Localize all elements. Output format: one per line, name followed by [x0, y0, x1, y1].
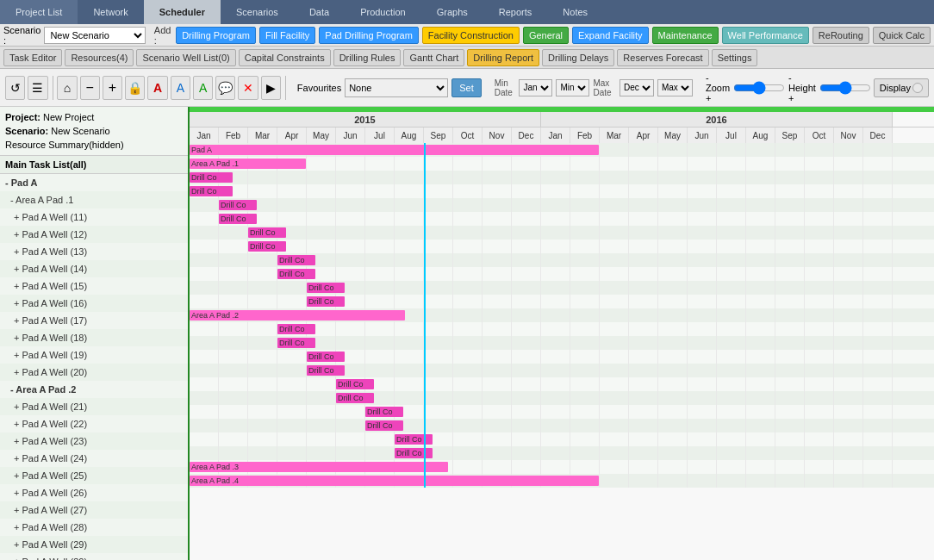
display-button[interactable]: Display	[874, 78, 929, 97]
set-button[interactable]: Set	[451, 78, 482, 97]
nav-reports[interactable]: Reports	[483, 0, 548, 24]
list-item[interactable]: - Pad A	[0, 174, 188, 191]
gantt-row: Drill Co	[190, 253, 934, 267]
bar-well26: Drill Co	[336, 393, 374, 403]
list-item[interactable]: + Pad A Well (14)	[0, 260, 188, 277]
list-item[interactable]: + Pad A Well (18)	[0, 329, 188, 346]
nav-graphs[interactable]: Graphs	[421, 0, 483, 24]
lock-icon[interactable]: 🔒	[125, 76, 145, 100]
well-performance-button[interactable]: Well Performance	[722, 27, 809, 44]
gantt-rows: Pad A Area A Pad .1 Drill Co Drill Co Dr…	[190, 143, 934, 488]
list-item[interactable]: + Pad A Well (20)	[0, 364, 188, 381]
play-icon[interactable]: ▶	[261, 76, 281, 100]
font-a-icon[interactable]: A	[147, 76, 167, 100]
favourites-select[interactable]: None	[345, 78, 448, 97]
zoom-in-icon[interactable]: +	[103, 76, 122, 100]
bar-well14: Drill Co	[219, 214, 257, 224]
rerouting-button[interactable]: ReRouting	[813, 27, 869, 44]
bar-well27: Drill Co	[365, 407, 403, 417]
nav-network[interactable]: Network	[78, 0, 143, 24]
refresh-icon[interactable]: ↺	[5, 76, 25, 100]
grid-icon[interactable]: ☰	[28, 76, 47, 100]
bar-area-a-pad1: Area A Pad .1	[190, 159, 306, 169]
list-item[interactable]: + Pad A Well (19)	[0, 346, 188, 364]
nav-data[interactable]: Data	[294, 0, 345, 24]
drilling-rules-button[interactable]: Drilling Rules	[333, 49, 402, 66]
gantt-row: Pad A	[190, 143, 934, 157]
scenario-select[interactable]: New Scenario	[44, 27, 145, 44]
separator	[53, 76, 53, 100]
pad-drilling-program-button[interactable]: Pad Drilling Program	[319, 27, 418, 44]
capital-constraints-button[interactable]: Capital Constraints	[239, 49, 331, 66]
list-item[interactable]: + Pad A Well (30)	[0, 553, 188, 560]
month-jan-2: Jan	[541, 128, 570, 143]
month-nov-2: Nov	[834, 128, 863, 143]
list-item[interactable]: + Pad A Well (21)	[0, 398, 188, 415]
drilling-report-button[interactable]: Drilling Report	[467, 49, 539, 66]
gantt-row: Drill Co	[190, 322, 934, 336]
list-item[interactable]: + Pad A Well (16)	[0, 295, 188, 312]
gantt-row: Drill Co	[190, 405, 934, 419]
min-type-select[interactable]: Min	[556, 79, 589, 96]
list-item[interactable]: + Pad A Well (22)	[0, 415, 188, 432]
min-month-select[interactable]: Jan	[519, 79, 552, 96]
nav-scenarios[interactable]: Scenarios	[221, 0, 294, 24]
max-month-select[interactable]: Dec	[620, 79, 654, 96]
font-c-icon[interactable]: A	[193, 76, 213, 100]
display-label: Display	[880, 83, 911, 93]
resources-button[interactable]: Resources(4)	[65, 49, 134, 66]
reserves-forecast-button[interactable]: Reserves Forecast	[617, 49, 708, 66]
scenario-name: Scenario: New Scenario	[5, 124, 183, 138]
nav-notes[interactable]: Notes	[547, 0, 603, 24]
bar-well23: Drill Co	[307, 352, 345, 362]
separator2	[285, 76, 286, 100]
drilling-program-button[interactable]: Drilling Program	[176, 27, 256, 44]
fill-facility-button[interactable]: Fill Facility	[259, 27, 315, 44]
list-item[interactable]: + Pad A Well (13)	[0, 243, 188, 260]
list-item[interactable]: + Pad A Well (24)	[0, 450, 188, 467]
list-item[interactable]: + Pad A Well (11)	[0, 208, 188, 226]
zoom-out-icon[interactable]: −	[80, 76, 100, 100]
facility-construction-button[interactable]: Facility Construction	[422, 27, 520, 44]
bar-area-a-pad3: Area A Pad .3	[190, 462, 448, 472]
list-item[interactable]: - Area A Pad .1	[0, 191, 188, 208]
height-slider[interactable]	[819, 81, 871, 95]
nav-project-list[interactable]: Project List	[0, 0, 78, 24]
gantt-row: Drill Co	[190, 446, 934, 460]
expand-facility-button[interactable]: Expand Facility	[572, 27, 649, 44]
drilling-delays-button[interactable]: Drilling Delays	[542, 49, 614, 66]
general-button[interactable]: General	[523, 27, 569, 44]
max-type-select[interactable]: Max	[657, 79, 693, 96]
list-item[interactable]: + Pad A Well (26)	[0, 484, 188, 501]
gantt-chart-button[interactable]: Gantt Chart	[403, 49, 464, 66]
list-item[interactable]: + Pad A Well (28)	[0, 519, 188, 536]
list-item[interactable]: + Pad A Well (17)	[0, 312, 188, 329]
bar-well24: Drill Co	[307, 365, 345, 376]
home-icon[interactable]: ⌂	[57, 76, 77, 100]
list-item[interactable]: + Pad A Well (12)	[0, 226, 188, 243]
month-aug-1: Aug	[395, 128, 424, 143]
year-2015: 2015	[190, 112, 541, 127]
nav-production[interactable]: Production	[345, 0, 421, 24]
list-item[interactable]: + Pad A Well (23)	[0, 432, 188, 450]
comment-icon[interactable]: 💬	[215, 76, 235, 100]
list-item[interactable]: + Pad A Well (15)	[0, 277, 188, 295]
quick-calc-button[interactable]: Quick Calc	[873, 27, 931, 44]
delete-icon[interactable]: ✕	[238, 76, 258, 100]
maintenance-button[interactable]: Maintenance	[652, 27, 719, 44]
list-item[interactable]: + Pad A Well (27)	[0, 501, 188, 519]
font-b-icon[interactable]: A	[171, 76, 190, 100]
gantt-row: Drill Co	[190, 198, 934, 212]
gantt-row: Drill Co	[190, 419, 934, 432]
task-editor-button[interactable]: Task Editor	[3, 49, 62, 66]
scenario-well-list-button[interactable]: Scenario Well List(0)	[136, 49, 235, 66]
list-item[interactable]: + Pad A Well (25)	[0, 467, 188, 484]
zoom-slider[interactable]	[733, 81, 785, 95]
list-item[interactable]: + Pad A Well (29)	[0, 536, 188, 553]
settings-button[interactable]: Settings	[712, 49, 758, 66]
gantt-area[interactable]: 2015 2016 Jan Feb Mar Apr May Jun Jul Au…	[190, 107, 934, 560]
favourites-section: Favourites None Set	[297, 78, 482, 97]
today-line	[424, 143, 426, 488]
nav-scheduler[interactable]: Scheduler	[144, 0, 221, 24]
list-item[interactable]: - Area A Pad .2	[0, 381, 188, 398]
